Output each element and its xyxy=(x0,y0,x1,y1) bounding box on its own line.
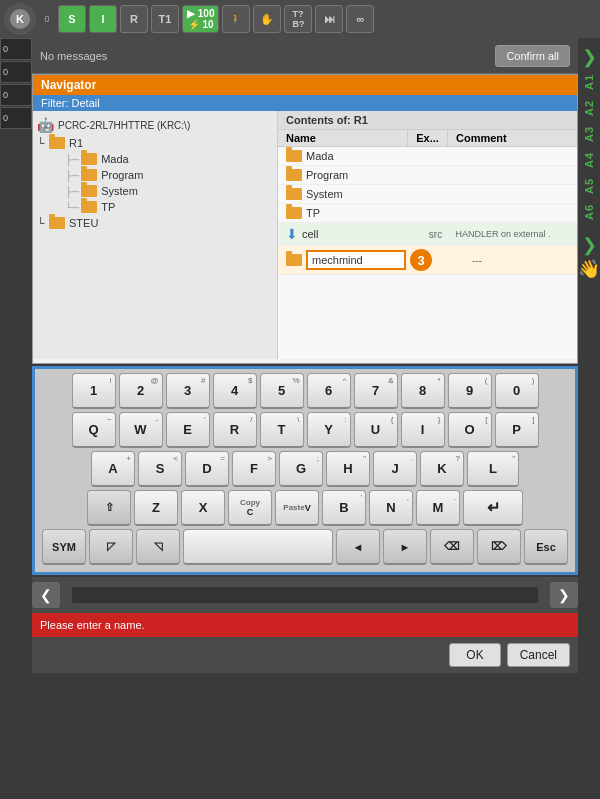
content-mada[interactable]: Mada xyxy=(278,147,577,166)
a3-label[interactable]: A3 xyxy=(583,126,595,142)
key-6[interactable]: ^6 xyxy=(307,373,351,409)
key-9[interactable]: (9 xyxy=(448,373,492,409)
delete-key[interactable]: ⌦ xyxy=(477,529,521,565)
skip-button[interactable]: ⏭ xyxy=(315,5,343,33)
key-v[interactable]: PasteV xyxy=(275,490,319,526)
shift-key[interactable]: ⇧ xyxy=(87,490,131,526)
inf-button[interactable]: ∞ xyxy=(346,5,374,33)
tree-steu-label: STEU xyxy=(69,217,98,229)
arrow-ul-key[interactable]: ◸ xyxy=(89,529,133,565)
key-5[interactable]: %5 xyxy=(260,373,304,409)
hand2-icon[interactable]: 👋 xyxy=(578,258,600,280)
key-r[interactable]: /R xyxy=(213,412,257,448)
content-system-label: System xyxy=(306,188,569,200)
left-arrow-key[interactable]: ◄ xyxy=(336,529,380,565)
key-a[interactable]: +A xyxy=(91,451,135,487)
key-e[interactable]: 'E xyxy=(166,412,210,448)
content-system-icon xyxy=(286,188,302,200)
key-8[interactable]: *8 xyxy=(401,373,445,409)
tree-item-robot[interactable]: 🤖 PCRC-2RL7HHTTRE (KRC:\) xyxy=(33,115,277,135)
app-logo: K xyxy=(4,3,36,35)
key-x[interactable]: X xyxy=(181,490,225,526)
key-m[interactable]: .M xyxy=(416,490,460,526)
navigator-filter[interactable]: Filter: Detail xyxy=(33,95,577,111)
key-u[interactable]: {U xyxy=(354,412,398,448)
key-7[interactable]: &7 xyxy=(354,373,398,409)
tree-item-system[interactable]: ├─ System xyxy=(33,183,277,199)
s-button[interactable]: S xyxy=(58,5,86,33)
play-button[interactable]: ▶ 100⚡ 10 xyxy=(182,5,219,33)
key-c[interactable]: CopyC xyxy=(228,490,272,526)
key-w[interactable]: -W xyxy=(119,412,163,448)
tree-item-steu[interactable]: └ STEU xyxy=(33,215,277,231)
side-counter-4: 0 xyxy=(0,107,32,129)
space-key[interactable] xyxy=(183,529,333,565)
tree-line-2: ├─ xyxy=(65,170,79,181)
key-p[interactable]: ]P xyxy=(495,412,539,448)
scroll-track[interactable] xyxy=(72,587,538,603)
navigator-body: 🤖 PCRC-2RL7HHTTRE (KRC:\) └ R1 ├─ Mada ├… xyxy=(33,111,577,359)
tree-item-tp[interactable]: └─ TP xyxy=(33,199,277,215)
tree-item-program[interactable]: ├─ Program xyxy=(33,167,277,183)
key-d[interactable]: =D xyxy=(185,451,229,487)
key-i[interactable]: }I xyxy=(401,412,445,448)
content-program[interactable]: Program xyxy=(278,166,577,185)
content-cell[interactable]: ⬇ cell src HANDLER on external . xyxy=(278,223,577,246)
a2-label[interactable]: A2 xyxy=(583,100,595,116)
enter-key[interactable]: ↵ xyxy=(463,490,523,526)
a5-label[interactable]: A5 xyxy=(583,178,595,194)
content-mechmind[interactable]: 3 --- xyxy=(278,246,577,275)
r-button[interactable]: R xyxy=(120,5,148,33)
key-o[interactable]: [O xyxy=(448,412,492,448)
backspace-key[interactable]: ⌫ xyxy=(430,529,474,565)
sym-key[interactable]: SYM xyxy=(42,529,86,565)
tree-item-mada[interactable]: ├─ Mada xyxy=(33,151,277,167)
key-g[interactable]: ;G xyxy=(279,451,323,487)
key-n[interactable]: ,N xyxy=(369,490,413,526)
key-l[interactable]: "L xyxy=(467,451,519,487)
col-ex-header: Ex... xyxy=(408,130,448,146)
t1-button[interactable]: T1 xyxy=(151,5,179,33)
key-2[interactable]: @2 xyxy=(119,373,163,409)
key-b[interactable]: 'B xyxy=(322,490,366,526)
key-3[interactable]: #3 xyxy=(166,373,210,409)
arrow-left-icon[interactable]: ❯ xyxy=(582,234,597,256)
right-arrow-key[interactable]: ► xyxy=(383,529,427,565)
key-q[interactable]: ~Q xyxy=(72,412,116,448)
tb-button[interactable]: T?B? xyxy=(284,5,312,33)
key-j[interactable]: .J xyxy=(373,451,417,487)
hand-button[interactable]: ✋ xyxy=(253,5,281,33)
nav-right-arrow[interactable]: ❯ xyxy=(550,582,578,608)
nav-left-arrow[interactable]: ❮ xyxy=(32,582,60,608)
confirm-all-button[interactable]: Confirm all xyxy=(495,45,570,67)
i-button[interactable]: I xyxy=(89,5,117,33)
key-k[interactable]: ?K xyxy=(420,451,464,487)
tree-item-r1[interactable]: └ R1 xyxy=(33,135,277,151)
key-t[interactable]: \T xyxy=(260,412,304,448)
cancel-button[interactable]: Cancel xyxy=(507,643,570,667)
key-0[interactable]: )0 xyxy=(495,373,539,409)
key-4[interactable]: $4 xyxy=(213,373,257,409)
key-y[interactable]: :Y xyxy=(307,412,351,448)
key-h[interactable]: "H xyxy=(326,451,370,487)
key-f[interactable]: >F xyxy=(232,451,276,487)
content-tp[interactable]: TP xyxy=(278,204,577,223)
arrow-ur-key[interactable]: ◹ xyxy=(136,529,180,565)
walk-button[interactable]: 🚶 xyxy=(222,5,250,33)
ok-cancel-bar: OK Cancel xyxy=(32,637,578,673)
esc-key[interactable]: Esc xyxy=(524,529,568,565)
key-1[interactable]: !1 xyxy=(72,373,116,409)
content-system[interactable]: System xyxy=(278,185,577,204)
key-z[interactable]: Z xyxy=(134,490,178,526)
a6-label[interactable]: A6 xyxy=(583,204,595,220)
mechmind-input[interactable] xyxy=(306,250,406,270)
a4-label[interactable]: A4 xyxy=(583,152,595,168)
content-mechmind-icon xyxy=(286,254,302,266)
side-strip: 0 0 0 0 xyxy=(0,38,32,129)
a1-label[interactable]: A1 xyxy=(583,74,595,90)
message-bar: No messages Confirm all xyxy=(32,38,578,74)
key-s[interactable]: <S xyxy=(138,451,182,487)
kb-row-bottom: SYM ◸ ◹ ◄ ► ⌫ ⌦ Esc xyxy=(39,529,571,565)
arrow-right-icon[interactable]: ❯ xyxy=(582,46,597,68)
ok-button[interactable]: OK xyxy=(449,643,500,667)
